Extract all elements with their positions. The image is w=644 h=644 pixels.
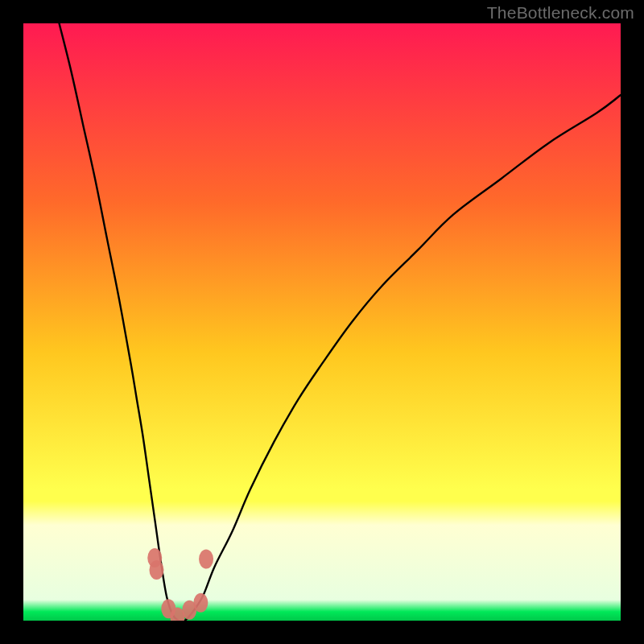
gradient-background [23, 23, 621, 621]
watermark-text: TheBottleneck.com [487, 3, 634, 23]
curve-marker [149, 560, 163, 580]
curve-marker [199, 550, 213, 569]
bottleneck-chart [23, 23, 621, 621]
curve-marker [193, 593, 208, 613]
chart-frame: TheBottleneck.com [0, 0, 644, 644]
plot-area [23, 23, 621, 621]
